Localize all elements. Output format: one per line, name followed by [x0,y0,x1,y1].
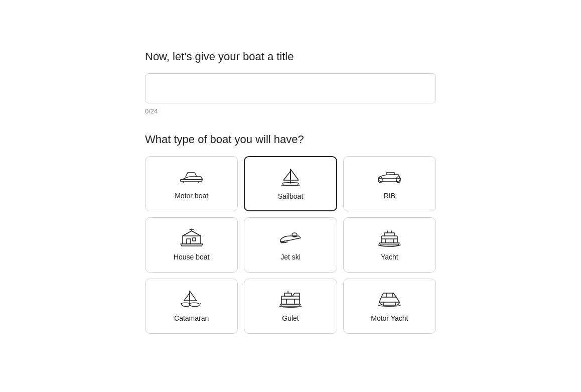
motor-boat-icon [179,167,205,187]
jet-ski-icon [277,228,304,248]
svg-point-4 [396,177,400,183]
boat-label-gulet: Gulet [282,314,299,322]
boat-card-jet-ski[interactable]: Jet ski [244,217,337,273]
house-boat-icon [179,228,205,248]
boat-type-heading: What type of boat you will have? [145,133,436,146]
boat-card-gulet[interactable]: Gulet [244,279,337,334]
sailboat-icon [277,167,304,187]
boat-card-house-boat[interactable]: House boat [145,217,238,273]
boat-label-motor-yacht: Motor Yacht [371,314,408,322]
boat-title-input[interactable] [145,73,436,103]
boat-card-sailboat[interactable]: Sailboat [244,156,337,211]
svg-rect-7 [193,238,196,241]
rib-icon [376,167,402,187]
boat-card-yacht[interactable]: Yacht [343,217,436,273]
boat-label-sailboat: Sailboat [278,192,304,200]
motor-yacht-icon [376,289,402,309]
svg-rect-5 [183,236,201,244]
svg-point-3 [378,177,382,183]
boat-label-house-boat: House boat [174,253,210,261]
title-section-heading: Now, let's give your boat a title [145,50,436,63]
boat-card-catamaran[interactable]: Catamaran [145,279,238,334]
char-count: 0/24 [145,107,436,115]
yacht-icon [376,228,402,248]
page-container: Now, let's give your boat a title 0/24 W… [135,0,446,354]
svg-rect-13 [281,296,300,304]
gulet-icon [277,289,304,309]
svg-rect-14 [284,293,292,296]
boat-label-rib: RIB [384,192,395,200]
boat-label-yacht: Yacht [381,253,398,261]
boat-card-motor-yacht[interactable]: Motor Yacht [343,279,436,334]
boat-label-jet-ski: Jet ski [280,253,301,261]
boat-card-rib[interactable]: RIB [343,156,436,211]
boat-card-motor-boat[interactable]: Motor boat [145,156,238,211]
svg-rect-6 [187,239,191,244]
svg-rect-11 [381,236,397,243]
boat-label-catamaran: Catamaran [174,314,209,322]
boat-label-motor-boat: Motor boat [175,192,208,200]
boat-type-grid: Motor boat Sailboat [145,156,436,334]
catamaran-icon [179,289,205,309]
